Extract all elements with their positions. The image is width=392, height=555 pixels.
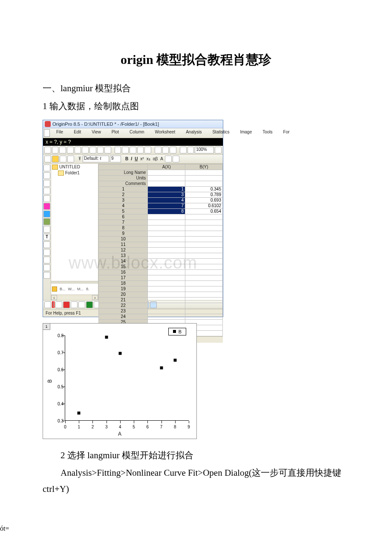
pointer-tool-icon[interactable] [43,165,50,171]
print-icon[interactable] [144,147,151,153]
scroll-right-icon[interactable]: › [92,295,98,300]
project-root-node[interactable]: UNTITLED [52,165,97,170]
pie-plot-icon[interactable] [78,301,85,308]
scroll-left-icon[interactable]: ‹ [51,295,57,300]
new-worksheet-icon[interactable] [67,147,74,153]
long-name-row[interactable]: Long Name [99,170,148,175]
row-19-hdr[interactable]: 19 [99,286,148,292]
folder-node[interactable]: Folder1 [52,171,97,176]
data-selector-tool-icon[interactable] [43,203,50,210]
row-6-hdr[interactable]: 6 [99,214,148,220]
increase-font-button[interactable]: A [159,156,164,161]
cell-b5[interactable]: 0.654 [185,208,223,214]
more-format-icon[interactable] [173,156,179,162]
row-21-hdr[interactable]: 21 [99,297,148,303]
cell-b2[interactable]: 0.789 [185,192,223,197]
rectangle-tool-icon[interactable] [43,257,50,263]
cell-b4[interactable]: 0.6102 [185,203,223,208]
align-icon[interactable] [165,156,172,162]
save-template-icon[interactable] [137,147,144,153]
mask-icon[interactable] [52,156,59,162]
copy-icon[interactable] [60,156,66,162]
col-header-b[interactable]: B(Y) [185,164,223,170]
import-ascii-icon[interactable] [130,147,136,153]
scatter-plot-icon[interactable] [53,302,54,307]
cell-b1[interactable]: 0.345 [185,186,223,192]
menu-format[interactable]: For [278,129,295,137]
units-row[interactable]: Units [99,175,148,181]
row-13-hdr[interactable]: 13 [99,253,148,258]
menu-plot[interactable]: Plot [107,129,124,137]
menu-column[interactable]: Column [124,129,149,137]
underline-button[interactable]: U [134,156,138,161]
row-23-hdr[interactable]: 23 [99,308,148,314]
style-icon[interactable] [44,156,51,162]
font-size-input[interactable]: 9 [110,156,121,162]
explorer-scrollbar[interactable]: ‹ › [51,295,98,300]
menu-worksheet[interactable]: Worksheet [150,129,181,137]
row-10-hdr[interactable]: 10 [99,236,148,242]
row-1-hdr[interactable]: 1 [99,186,148,192]
row-18-hdr[interactable]: 18 [99,280,148,286]
cell-a5[interactable]: 8 [148,208,185,214]
subscript-button[interactable]: x₂ [146,156,151,161]
row-17-hdr[interactable]: 17 [99,275,148,280]
row-2-hdr[interactable]: 2 [99,192,148,197]
lock-tool-icon[interactable] [43,264,50,271]
column-plot-icon[interactable] [63,301,70,308]
row-5-hdr[interactable]: 5 [99,208,148,214]
3d-bar-plot-icon[interactable] [86,301,93,308]
cell-b3[interactable]: 0.693 [185,197,223,203]
draw-tool-icon[interactable] [43,226,50,233]
save-icon[interactable] [59,147,66,153]
row-22-hdr[interactable]: 22 [99,303,148,308]
new-project-icon[interactable] [44,147,51,153]
row-15-hdr[interactable]: 15 [99,264,148,269]
menu-statistics[interactable]: Statistics [207,129,234,137]
row-9-hdr[interactable]: 9 [99,231,148,236]
cell-a4[interactable]: 7 [148,203,185,208]
zoom-input[interactable]: 100% [195,147,214,153]
italic-button[interactable]: I [130,156,133,161]
menu-view[interactable]: View [86,129,106,137]
import-wizard-icon[interactable] [122,147,129,153]
line-plot-icon[interactable] [44,301,51,308]
worksheet-grid[interactable]: A(X) B(Y) Long Name Units Comments 110.3… [98,164,223,336]
zoom-out-tool-icon[interactable] [43,180,50,187]
superscript-button[interactable]: x² [139,156,144,161]
help-icon[interactable] [187,147,194,153]
menu-file[interactable]: File [51,129,68,137]
cell-a1[interactable]: 1 [148,186,185,192]
rotate-tool-icon[interactable] [43,272,50,279]
region-tool-icon[interactable] [43,211,50,217]
code-builder-icon[interactable] [180,147,187,153]
font-name-input[interactable]: Default: ℓ [83,156,109,162]
menu-analysis[interactable]: Analysis [181,129,207,137]
new-notes-icon[interactable] [104,147,111,153]
arrow-tool-icon[interactable] [43,241,50,248]
recalculate-icon[interactable] [170,147,176,153]
duplicate-icon[interactable] [162,147,169,153]
line-symbol-plot-icon[interactable] [55,301,62,308]
cell-a3[interactable]: 4 [148,197,185,203]
cell-a2[interactable]: 3 [148,192,185,197]
row-24-hdr[interactable]: 24 [99,314,148,319]
line-tool-icon[interactable] [43,249,50,256]
paste-icon[interactable] [67,156,74,162]
row-11-hdr[interactable]: 11 [99,242,148,247]
row-14-hdr[interactable]: 14 [99,258,148,264]
reader-tool-icon[interactable] [43,195,50,202]
new-graph-icon[interactable] [82,147,89,153]
open-template-icon[interactable] [115,147,121,153]
mask-tool-icon[interactable] [43,218,50,225]
row-7-hdr[interactable]: 7 [99,220,148,225]
zoom-in-tool-icon[interactable] [43,172,50,179]
row-8-hdr[interactable]: 8 [99,225,148,231]
workbook-icon[interactable] [52,286,57,292]
menu-image[interactable]: Image [235,129,257,137]
app-menu-icon[interactable] [44,129,50,137]
greek-button[interactable]: αβ [152,156,159,161]
data-reader-tool-icon[interactable] [43,188,50,194]
row-16-hdr[interactable]: 16 [99,269,148,275]
zoom-dropdown-icon[interactable] [215,147,222,153]
